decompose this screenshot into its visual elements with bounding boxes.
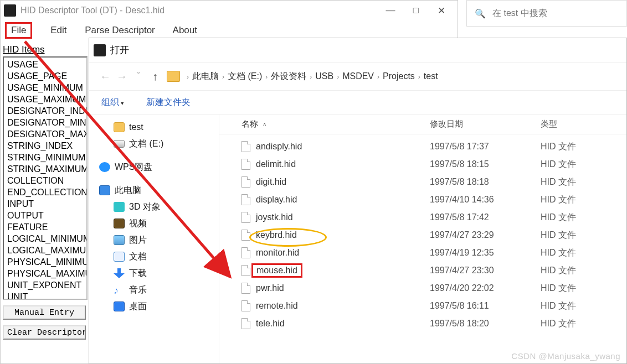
file-pane: 名称∧ 修改日期 类型 andisply.hid 1997/5/8 17:37 … (219, 115, 626, 363)
file-type: HID 文件 (541, 265, 626, 277)
tree-item-label: 图片 (129, 235, 147, 246)
breadcrumb-item[interactable]: 外设资料 (271, 71, 306, 81)
file-date: 1997/4/27 23:30 (430, 266, 541, 275)
list-item[interactable]: DESIGNATOR_INDEX (7, 105, 83, 117)
file-row[interactable]: pwr.hid 1997/4/20 22:02 HID 文件 (219, 279, 626, 297)
menu-file[interactable]: File (5, 22, 32, 39)
list-item[interactable]: USAGE (7, 59, 83, 70)
header-name[interactable]: 名称 (241, 119, 258, 129)
file-list[interactable]: andisply.hid 1997/5/8 17:37 HID 文件 delim… (219, 134, 626, 332)
list-item[interactable]: FEATURE (7, 221, 83, 233)
file-row[interactable]: remote.hid 1997/5/8 16:11 HID 文件 (219, 297, 626, 315)
hid-items-list[interactable]: USAGEUSAGE_PAGEUSAGE_MINIMUMUSAGE_MAXIMU… (3, 56, 88, 300)
file-header[interactable]: 名称∧ 修改日期 类型 (219, 115, 626, 134)
menu-about[interactable]: About (173, 25, 197, 35)
list-item[interactable]: UNIT (7, 291, 83, 300)
nav-up-icon[interactable]: ↑ (147, 70, 163, 83)
tree-item-label: 文档 (129, 251, 147, 263)
file-name: pwr.hid (256, 283, 284, 293)
tree-item[interactable]: 文档 (E:) (99, 136, 214, 152)
tree-item-label: 视频 (129, 218, 147, 230)
list-item[interactable]: USAGE_MINIMUM (7, 82, 83, 93)
file-row[interactable]: andisply.hid 1997/5/8 17:37 HID 文件 (219, 138, 626, 155)
file-row[interactable]: keybrd.hid 1997/4/27 23:29 HID 文件 (219, 226, 626, 244)
folder-tree[interactable]: test文档 (E:)WPS网盘此电脑3D 对象视频图片文档下载♪音乐桌面 (89, 115, 219, 363)
file-row[interactable]: tele.hid 1997/5/8 18:20 HID 文件 (219, 315, 626, 332)
nav-forward-icon[interactable]: → (114, 70, 130, 83)
list-item[interactable]: DESIGNATOR_MINIMUM (7, 117, 83, 128)
tree-item[interactable]: ♪音乐 (99, 282, 214, 298)
maximize-button[interactable]: □ (403, 1, 429, 20)
list-item[interactable]: UNIT_EXPONENT (7, 279, 83, 291)
breadcrumb-item[interactable]: 文档 (E:) (228, 71, 262, 81)
list-item[interactable]: USAGE_PAGE (7, 70, 83, 82)
tree-item[interactable]: 视频 (99, 215, 214, 232)
file-name: andisply.hid (256, 142, 302, 152)
list-item[interactable]: END_COLLECTION (7, 186, 83, 198)
app-icon (4, 4, 16, 17)
tree-item[interactable]: 此电脑 (99, 182, 214, 199)
breadcrumb[interactable]: ›此电脑›文档 (E:)›外设资料›USB›MSDEV›Projects›tes… (183, 71, 438, 82)
file-row[interactable]: monitor.hid 1997/4/19 12:35 HID 文件 (219, 244, 626, 262)
header-type[interactable]: 类型 (541, 119, 557, 128)
dialog-title: 打开 (110, 44, 129, 56)
tree-item[interactable]: 文档 (99, 248, 214, 265)
tree-item[interactable]: 桌面 (99, 298, 214, 315)
manual-entry-button[interactable]: Manual Entry (3, 305, 86, 320)
file-icon (241, 194, 250, 205)
file-row[interactable]: display.hid 1997/4/10 14:36 HID 文件 (219, 191, 626, 209)
file-type: HID 文件 (541, 230, 626, 241)
tree-item[interactable]: 3D 对象 (99, 199, 214, 215)
list-item[interactable]: LOGICAL_MAXIMUM (7, 245, 83, 256)
list-item[interactable]: INPUT (7, 198, 83, 210)
minimize-button[interactable]: — (378, 1, 403, 20)
file-row[interactable]: digit.hid 1997/5/8 18:18 HID 文件 (219, 173, 626, 191)
list-item[interactable]: STRING_INDEX (7, 140, 83, 152)
header-date[interactable]: 修改日期 (430, 119, 463, 128)
tree-item-label: 下载 (129, 268, 147, 279)
tree-item[interactable]: 图片 (99, 232, 214, 248)
file-name: display.hid (256, 195, 297, 205)
list-item[interactable]: PHYSICAL_MAXIMUM (7, 268, 83, 279)
close-button[interactable]: ✕ (429, 1, 454, 20)
organize-button[interactable]: 组织 (101, 97, 124, 108)
file-name: mouse.hid (251, 263, 302, 278)
sort-asc-icon: ∧ (263, 121, 266, 127)
breadcrumb-item[interactable]: test (424, 71, 438, 81)
list-item[interactable]: DESIGNATOR_MAXIMUM (7, 128, 83, 140)
file-type: HID 文件 (541, 283, 626, 294)
title-bar: HID Descriptor Tool (DT) - Desc1.hid — □… (1, 1, 458, 20)
tree-item[interactable]: WPS网盘 (99, 159, 214, 175)
list-item[interactable]: LOGICAL_MINIMUM (7, 233, 83, 245)
list-item[interactable]: STRING_MAXIMUM (7, 163, 83, 175)
menu-parse[interactable]: Parse Descriptor (85, 25, 155, 35)
tree-item[interactable]: 下载 (99, 265, 214, 282)
dialog-title-bar: 打开 (89, 38, 626, 63)
file-row[interactable]: mouse.hid 1997/4/27 23:30 HID 文件 (219, 262, 626, 279)
breadcrumb-item[interactable]: MSDEV (342, 71, 374, 81)
clear-descriptor-button[interactable]: Clear Descriptor (3, 325, 86, 340)
cloud-icon (99, 162, 110, 172)
file-type: HID 文件 (541, 141, 626, 153)
menu-edit[interactable]: Edit (50, 25, 66, 35)
list-item[interactable]: OUTPUT (7, 210, 83, 221)
list-item[interactable]: COLLECTION (7, 175, 83, 186)
breadcrumb-item[interactable]: USB (315, 71, 333, 81)
file-row[interactable]: delimit.hid 1997/5/8 18:15 HID 文件 (219, 155, 626, 173)
list-item[interactable]: STRING_MINIMUM (7, 152, 83, 163)
list-item[interactable]: PHYSICAL_MINIMUM (7, 256, 83, 268)
file-date: 1997/5/8 17:37 (430, 142, 541, 152)
breadcrumb-item[interactable]: 此电脑 (192, 71, 219, 81)
new-folder-button[interactable]: 新建文件夹 (146, 97, 191, 108)
file-row[interactable]: joystk.hid 1997/5/8 17:42 HID 文件 (219, 209, 626, 226)
nav-back-icon[interactable]: ← (97, 70, 114, 83)
nav-recent-icon[interactable]: ˇ (130, 70, 147, 83)
file-type: HID 文件 (541, 212, 626, 223)
list-item[interactable]: USAGE_MAXIMUM (7, 93, 83, 105)
down-icon (114, 268, 125, 278)
tree-item[interactable]: test (99, 119, 214, 136)
search-bar[interactable]: 🔍 在 test 中搜索 (466, 0, 627, 27)
file-name: remote.hid (256, 301, 298, 311)
breadcrumb-item[interactable]: Projects (383, 71, 415, 81)
pc-icon (99, 185, 110, 195)
